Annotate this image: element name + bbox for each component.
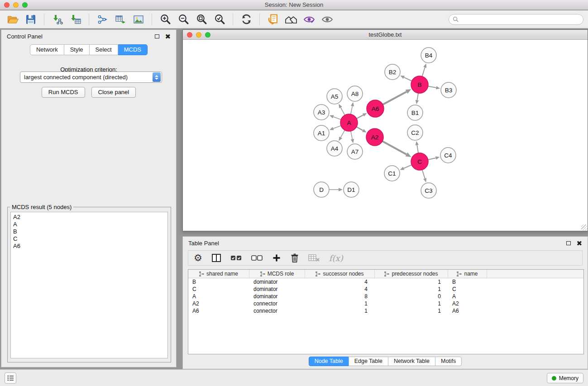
network-canvas[interactable]: B4B2BB3A5A8A6B1A3AC2A1A2A4A7C4CC1C3DD1 <box>183 40 588 231</box>
tab-network-table[interactable]: Network Table <box>388 357 435 366</box>
graph-node-B[interactable]: B <box>411 76 428 93</box>
network-minimize-button[interactable] <box>196 32 201 38</box>
table-cell[interactable]: 1 <box>375 286 448 293</box>
import-network-button[interactable] <box>49 12 66 27</box>
memory-button[interactable]: Memory <box>547 373 583 383</box>
delete-table-button[interactable] <box>308 252 320 264</box>
table-settings-button[interactable]: ⚙ <box>194 252 202 264</box>
graph-node-D1[interactable]: D1 <box>344 182 359 197</box>
style-preview-button[interactable] <box>301 12 317 27</box>
graph-node-B1[interactable]: B1 <box>407 105 423 120</box>
column-header-successor-nodes[interactable]: successor nodes <box>305 270 375 278</box>
function-builder-button[interactable]: f(x) <box>329 252 343 264</box>
graph-edge-C-C3[interactable] <box>422 170 425 178</box>
table-cell[interactable]: A <box>188 293 249 300</box>
mcds-result-item[interactable]: B <box>13 228 165 235</box>
network-window-titlebar[interactable]: testGlobe.txt <box>183 30 588 40</box>
mcds-result-item[interactable]: C <box>13 235 165 243</box>
zoom-window-button[interactable] <box>22 2 28 8</box>
graph-node-C4[interactable]: C4 <box>440 148 456 163</box>
table-cell[interactable]: 4 <box>305 286 375 293</box>
graph-edge-A-A3[interactable] <box>333 117 341 119</box>
close-window-button[interactable] <box>4 2 10 8</box>
table-row[interactable]: A2connector11A2 <box>188 300 583 307</box>
minimize-window-button[interactable] <box>13 2 19 8</box>
run-mcds-button[interactable]: Run MCDS <box>42 87 85 98</box>
export-image-button[interactable] <box>130 12 147 27</box>
graph-node-B3[interactable]: B3 <box>441 82 456 98</box>
graph-edge-B-B4[interactable] <box>422 67 425 76</box>
table-cell[interactable]: connector <box>249 300 305 307</box>
table-cell[interactable]: A2 <box>448 300 487 307</box>
home-button[interactable] <box>283 12 299 27</box>
graph-node-A8[interactable]: A8 <box>347 86 363 101</box>
graph-node-C3[interactable]: C3 <box>421 183 436 198</box>
graph-edge-A-A6[interactable] <box>357 115 363 119</box>
mcds-result-item[interactable]: A <box>13 221 165 228</box>
close-panel-button[interactable]: Close panel <box>91 87 136 98</box>
table-cell[interactable]: B <box>188 278 249 286</box>
graph-edge-A-A7[interactable] <box>351 131 353 139</box>
graph-edge-C-C2[interactable] <box>417 145 418 153</box>
table-cell[interactable]: connector <box>249 307 305 315</box>
column-header-name[interactable]: name <box>448 270 487 278</box>
graph-edge-A-A5[interactable] <box>341 108 345 115</box>
tab-edge-table[interactable]: Edge Table <box>349 357 388 366</box>
table-cell[interactable]: A6 <box>448 307 487 315</box>
resize-grip-icon[interactable] <box>581 224 587 230</box>
apply-layout-button[interactable] <box>238 12 254 27</box>
graph-edge-A2-C[interactable] <box>382 141 406 154</box>
table-row[interactable]: Cdominator41C <box>188 286 583 293</box>
open-session-button[interactable] <box>5 12 21 27</box>
graph-node-A1[interactable]: A1 <box>314 125 329 141</box>
table-cell[interactable]: 1 <box>305 307 375 315</box>
table-row[interactable]: Adominator80A <box>188 293 583 300</box>
table-cell[interactable]: 1 <box>375 307 448 315</box>
graph-node-A5[interactable]: A5 <box>327 89 342 104</box>
table-cell[interactable]: A <box>448 293 487 300</box>
graph-node-D[interactable]: D <box>314 182 329 197</box>
table-row[interactable]: Bdominator41B <box>188 278 583 286</box>
tab-node-table[interactable]: Node Table <box>309 357 349 366</box>
deselect-all-button[interactable] <box>251 252 263 264</box>
tab-network[interactable]: Network <box>30 44 64 55</box>
network-close-button[interactable] <box>187 32 192 38</box>
graph-edge-A-A4[interactable] <box>341 130 345 138</box>
table-cell[interactable]: C <box>448 286 487 293</box>
graph-edge-A-A1[interactable] <box>333 126 341 129</box>
float-panel-icon[interactable] <box>155 34 159 38</box>
graph-edge-C-C4[interactable] <box>428 158 436 160</box>
show-hide-button[interactable] <box>319 12 335 27</box>
zoom-fit-button[interactable] <box>193 12 210 27</box>
column-header-predecessor-nodes[interactable]: predecessor nodes <box>375 270 448 278</box>
mcds-result-list[interactable]: A2ABCA6 <box>10 212 168 358</box>
graph-node-C[interactable]: C <box>411 153 428 170</box>
table-cell[interactable]: dominator <box>249 293 305 300</box>
zoom-out-button[interactable] <box>175 12 191 27</box>
table-cell[interactable]: 1 <box>305 300 375 307</box>
tab-motifs[interactable]: Motifs <box>435 357 462 366</box>
graph-node-A2[interactable]: A2 <box>366 129 383 146</box>
table-cell[interactable]: C <box>188 286 249 293</box>
import-table-button[interactable] <box>67 12 84 27</box>
save-session-button[interactable] <box>23 12 39 27</box>
table-cell[interactable]: 8 <box>305 293 375 300</box>
column-header-shared-name[interactable]: shared name <box>188 270 249 278</box>
graph-node-C1[interactable]: C1 <box>384 166 400 181</box>
mcds-result-item[interactable]: A2 <box>13 214 165 221</box>
show-columns-button[interactable] <box>211 252 221 264</box>
graph-edge-B-B2[interactable] <box>404 77 411 81</box>
table-cell[interactable]: 1 <box>375 300 448 307</box>
export-network-button[interactable] <box>94 12 110 27</box>
float-table-panel-icon[interactable] <box>566 241 571 245</box>
column-header-MCDS-role[interactable]: MCDS role <box>249 270 305 278</box>
graph-node-B2[interactable]: B2 <box>385 64 400 80</box>
table-cell[interactable]: A2 <box>188 300 249 307</box>
zoom-in-button[interactable] <box>157 12 173 27</box>
session-document-button[interactable] <box>265 12 281 27</box>
table-cell[interactable]: 0 <box>375 293 448 300</box>
table-cell[interactable]: 4 <box>305 278 375 286</box>
zoom-selected-button[interactable] <box>211 12 228 27</box>
select-all-button[interactable] <box>230 252 242 264</box>
graph-node-B4[interactable]: B4 <box>421 48 436 63</box>
